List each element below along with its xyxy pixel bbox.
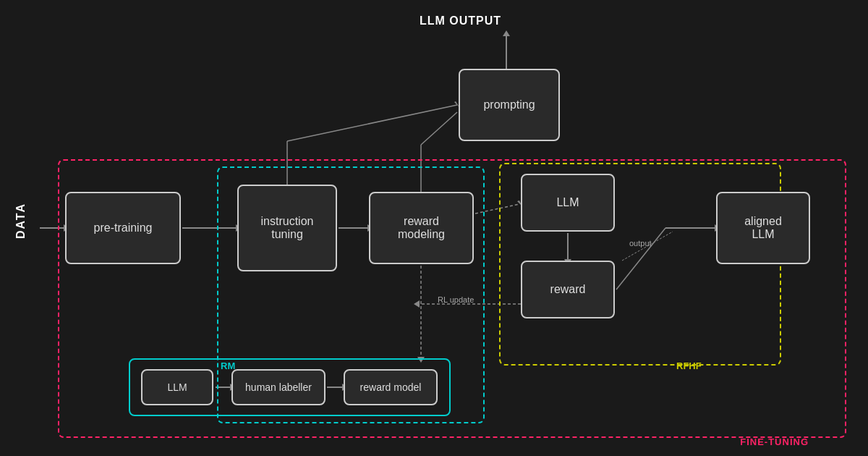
svg-line-20 [287, 105, 457, 141]
instruction-tuning-box: instruction tuning [237, 185, 337, 271]
reward-modeling-label: reward modeling [398, 215, 445, 241]
reward-modeling-box: reward modeling [369, 192, 474, 264]
aligned-llm-label: aligned LLM [744, 215, 782, 241]
output-label: output [629, 239, 652, 248]
human-labeller-box: human labeller [231, 369, 326, 405]
reward-model-box: reward model [344, 369, 438, 405]
instruction-tuning-label: instruction tuning [261, 215, 314, 241]
rfhf-label: RFHF [676, 360, 702, 371]
svg-marker-18 [503, 30, 510, 36]
reward-rfhf-box: reward [521, 261, 615, 318]
prompting-box: prompting [459, 69, 560, 141]
pretraining-label: pre-training [94, 221, 153, 235]
reward-rfhf-label: reward [550, 283, 586, 296]
rl-update-label: RL update [438, 295, 474, 304]
aligned-llm-box: aligned LLM [716, 192, 810, 264]
data-label: DATA [14, 203, 27, 239]
human-labeller-label: human labeller [245, 381, 312, 393]
llm-rm-box: LLM [141, 369, 213, 405]
diagram-container: LLM OUTPUT DATA RFHF RM FINE-TUNING RL u… [0, 0, 868, 456]
svg-line-23 [421, 112, 457, 145]
fine-tuning-label: FINE-TUNING [740, 436, 809, 447]
pretraining-box: pre-training [65, 192, 181, 264]
llm-output-label: LLM OUTPUT [420, 14, 501, 28]
llm-rfhf-label: LLM [556, 196, 579, 209]
prompting-label: prompting [483, 98, 535, 111]
llm-rfhf-box: LLM [521, 174, 615, 232]
llm-rm-label: LLM [167, 381, 187, 393]
reward-model-label: reward model [360, 381, 422, 393]
